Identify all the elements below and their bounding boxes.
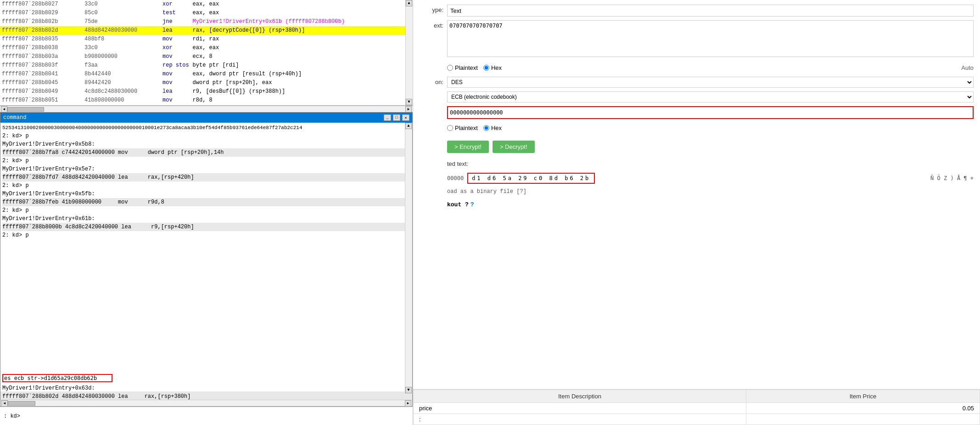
close-button[interactable]: ✕ (402, 114, 409, 121)
cmd-scroll-left[interactable]: ◄ (1, 400, 8, 407)
cmd-line: fffff807`288b7feb 41b908000000 mov r9d,8 (2, 198, 410, 206)
mode-row: ECB (electronic codebook) CBC (420, 91, 974, 102)
output-chars: Ñ Ö Z ) Å ¶ + (930, 175, 974, 181)
hex-radio[interactable] (483, 65, 489, 71)
encoding-row: Plaintext Hex Auto (420, 62, 974, 73)
title-buttons: _ □ ✕ (384, 114, 409, 121)
table-row-highlighted: fffff807`288b802d 488d842480030000 lea r… (0, 26, 413, 35)
more-label: : (414, 414, 746, 425)
cmd-line: MyDriver1!DriverEntry+0x5e7: (2, 165, 410, 173)
cmd-line: 2: kd> p (2, 181, 410, 190)
command-content: 5253413100020000030000004000000000000000… (0, 123, 412, 373)
left-panel: fffff807`288b8027 33c0 xor eax, eax ffff… (0, 0, 413, 425)
table-row: fffff807`288b8051 41b808000000 mov r8d, … (0, 96, 413, 105)
scroll-down-arrow[interactable]: ▼ (406, 99, 412, 105)
text-control: 0707070707070707 (447, 20, 974, 59)
key-plaintext-label: Plaintext (455, 125, 478, 131)
item-description: price (414, 403, 746, 414)
checkout-row: kout ? ? (420, 199, 974, 210)
checkout-label: kout ? (447, 201, 469, 208)
table-row: fffff807`288b803f f3aa rep stos byte ptr… (0, 61, 413, 70)
disasm-operands: eax, eax (191, 0, 413, 9)
mode-select[interactable]: ECB (electronic codebook) CBC (447, 91, 974, 102)
text-textarea[interactable]: 0707070707070707 (447, 20, 974, 57)
cmd-line: fffff807`288b7fd7 488d842420040000 lea r… (2, 173, 410, 181)
cmd-scroll-up[interactable]: ▲ (405, 123, 412, 129)
scroll-thumb[interactable] (7, 107, 44, 112)
cmd-vscroll[interactable]: ▲ ▼ (405, 123, 412, 393)
hex-label: Hex (491, 64, 502, 71)
checkout-help-icon[interactable]: ? (470, 201, 474, 208)
cmd-hscroll[interactable]: ◄ ► (0, 400, 412, 406)
cmd-scroll-thumb[interactable] (8, 401, 35, 406)
table-row: fffff807`288b8035 488bf8 mov rdi, rax (0, 35, 413, 44)
cmd-disasm-line: fffff807`288b802d 488d842480030000 lea r… (0, 391, 412, 400)
plaintext-radio[interactable] (447, 65, 453, 71)
disasm-bytes: 33c0 (83, 0, 161, 9)
load-as-label: oad as a binary file [?] (447, 188, 526, 195)
encrypt-button[interactable]: > Encrypt! (447, 141, 489, 153)
encryption-control: DES AES 3DES (447, 77, 974, 88)
item-price: 0.05 (746, 403, 980, 414)
cmd-line: 2: kd> p (2, 157, 410, 165)
scroll-right-arrow[interactable]: ► (405, 106, 412, 113)
cmd-scroll-track (405, 129, 412, 387)
type-label: ype: (420, 5, 447, 13)
crypto-panel: ype: ext: 0707070707070707 (413, 0, 980, 389)
decrypt-button[interactable]: > Decrypt! (493, 141, 535, 153)
table-section: Item Description Item Price price 0.05 : (413, 389, 980, 425)
key-hex-radio[interactable] (483, 125, 489, 131)
key-row (420, 106, 974, 119)
cmd-line: 2: kd> p (2, 132, 410, 140)
scroll-left-arrow[interactable]: ◄ (1, 106, 7, 113)
cmd-scroll-right[interactable]: ► (405, 400, 411, 407)
command-body: 5253413100020000030000004000000000000000… (0, 123, 412, 400)
cmd-line: 5253413100020000030000004000000000000000… (2, 124, 410, 132)
table-row: fffff807`288b8049 4c8d8c2488030000 lea r… (0, 87, 413, 96)
table-row: fffff807`288b8045 89442420 mov dword ptr… (0, 79, 413, 87)
table-row: price 0.05 (414, 403, 980, 414)
cmd-scroll-down[interactable]: ▼ (405, 387, 412, 393)
key-hex-item: Hex (483, 125, 502, 131)
disasm-area: fffff807`288b8027 33c0 xor eax, eax ffff… (0, 0, 413, 106)
checkout-area: kout ? ? (447, 201, 974, 208)
hex-radio-item: Hex (483, 64, 502, 71)
key-plaintext-item: Plaintext (447, 125, 478, 131)
items-table: Item Description Item Price price 0.05 : (413, 390, 980, 425)
text-label: ext: (420, 20, 447, 29)
scroll-track (406, 6, 413, 99)
load-as-row: oad as a binary file [?] (420, 187, 974, 196)
scroll-up-arrow[interactable]: ▲ (406, 0, 412, 6)
plaintext-label: Plaintext (455, 64, 478, 71)
disasm-addr: fffff807`288b8027 (0, 0, 83, 9)
table-row-more: : (414, 414, 980, 425)
cmd-line: fffff807`288b7fa8 c744242014000000 mov d… (2, 148, 410, 157)
type-control (447, 5, 974, 17)
encryption-label: on: (420, 77, 447, 85)
command-titlebar: command _ □ ✕ (0, 113, 412, 123)
output-hex-box: d1 d6 5a 29 c0 8d b6 2b (467, 173, 595, 184)
restore-button[interactable]: □ (393, 114, 400, 121)
key-hex-label: Hex (491, 125, 502, 131)
action-buttons: > Encrypt! > Decrypt! (447, 141, 974, 153)
key-encoding-row: Plaintext Hex (420, 123, 974, 133)
disasm-hscroll[interactable]: ◄ ► (0, 106, 413, 112)
command-input[interactable] (2, 374, 112, 382)
cmd-line: MyDriver1!DriverEntry+0x5b8: (2, 140, 410, 148)
cmd-line: 2: kd> p (2, 206, 410, 215)
cmd-result-line: MyDriver1!DriverEntry+0x63d: (0, 383, 412, 391)
table-row: fffff807`288b802b 75de jne MyDriver1!Dri… (0, 17, 413, 26)
plaintext-radio-item: Plaintext (447, 64, 478, 71)
minimize-button[interactable]: _ (384, 114, 391, 121)
table-row: fffff807`288b8041 8b442440 mov eax, dwor… (0, 70, 413, 79)
output-row: 00000 d1 d6 5a 29 c0 8d b6 2b Ñ Ö Z ) Å … (420, 173, 974, 184)
disasm-scrollbar[interactable]: ▲ ▼ (405, 0, 413, 105)
encryption-select[interactable]: DES AES 3DES (447, 77, 974, 88)
encoding-radio-group: Plaintext Hex Auto (447, 64, 974, 71)
key-input[interactable] (447, 106, 974, 119)
type-input[interactable] (447, 5, 974, 17)
auto-label: Auto (961, 64, 974, 71)
disasm-mnemonic: xor (161, 0, 191, 9)
table-row: fffff807`288b8027 33c0 xor eax, eax (0, 0, 413, 9)
key-plaintext-radio[interactable] (447, 125, 453, 131)
